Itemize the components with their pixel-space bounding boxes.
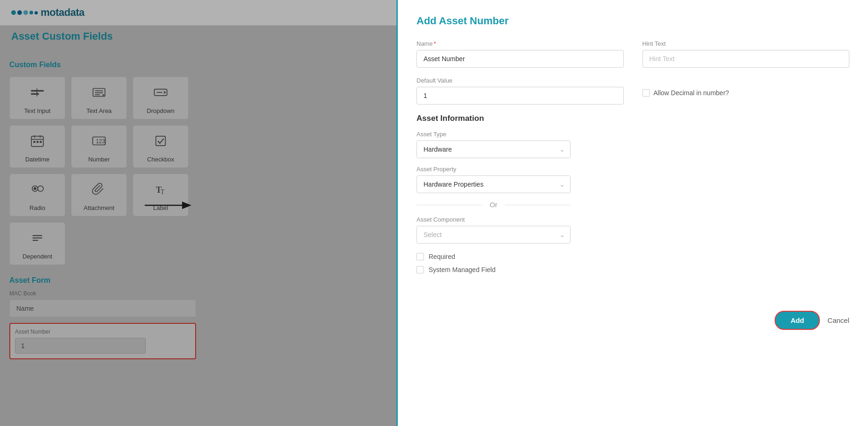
name-input[interactable]: [416, 50, 624, 68]
asset-component-label: Asset Component: [416, 216, 571, 223]
default-value-label: Default Value: [416, 77, 624, 84]
required-label: Required: [429, 253, 455, 260]
form-group-asset-component: Asset Component Select ⌄: [416, 216, 571, 244]
asset-property-label: Asset Property: [416, 166, 571, 173]
asset-type-select[interactable]: Hardware Software Network: [416, 140, 571, 158]
asset-component-select[interactable]: Select: [416, 226, 571, 244]
form-group-hint: Hint Text: [642, 40, 850, 68]
allow-decimal-label: Allow Decimal in number?: [654, 89, 729, 97]
modal-title: Add Asset Number: [416, 15, 849, 27]
required-checkbox[interactable]: [416, 253, 424, 260]
system-managed-checkbox[interactable]: [416, 266, 424, 273]
modal-add-asset-number: Add Asset Number Name* Hint Text Default…: [396, 0, 868, 426]
add-button[interactable]: Add: [775, 311, 820, 330]
form-group-default: Default Value: [416, 77, 624, 105]
form-row-default: Default Value Allow Decimal in number?: [416, 77, 849, 105]
system-managed-row: System Managed Field: [416, 266, 849, 273]
hint-text-input[interactable]: [642, 50, 850, 68]
hint-text-label: Hint Text: [642, 40, 850, 47]
asset-information-header: Asset Information: [416, 114, 849, 123]
name-label: Name*: [416, 40, 624, 47]
or-divider: Or: [416, 201, 571, 209]
form-group-asset-type: Asset Type Hardware Software Network ⌄: [416, 131, 571, 158]
form-group-asset-property: Asset Property Hardware Properties Softw…: [416, 166, 571, 193]
footer-actions: Add Cancel: [416, 301, 849, 330]
form-row-name-hint: Name* Hint Text: [416, 40, 849, 68]
cancel-button[interactable]: Cancel: [827, 316, 849, 324]
default-value-input[interactable]: [416, 87, 624, 105]
system-managed-label: System Managed Field: [429, 266, 495, 273]
checkbox-group: Required System Managed Field: [416, 253, 849, 273]
required-row: Required: [416, 253, 849, 260]
allow-decimal-checkbox[interactable]: [642, 89, 650, 97]
allow-decimal-row: Allow Decimal in number?: [642, 89, 850, 97]
asset-property-select-wrapper: Hardware Properties Software Properties …: [416, 175, 571, 193]
asset-type-select-wrapper: Hardware Software Network ⌄: [416, 140, 571, 158]
form-group-decimal: Allow Decimal in number?: [642, 77, 850, 105]
asset-property-select[interactable]: Hardware Properties Software Properties: [416, 175, 571, 193]
asset-component-select-wrapper: Select ⌄: [416, 226, 571, 244]
form-group-name: Name*: [416, 40, 624, 68]
asset-type-label: Asset Type: [416, 131, 571, 138]
